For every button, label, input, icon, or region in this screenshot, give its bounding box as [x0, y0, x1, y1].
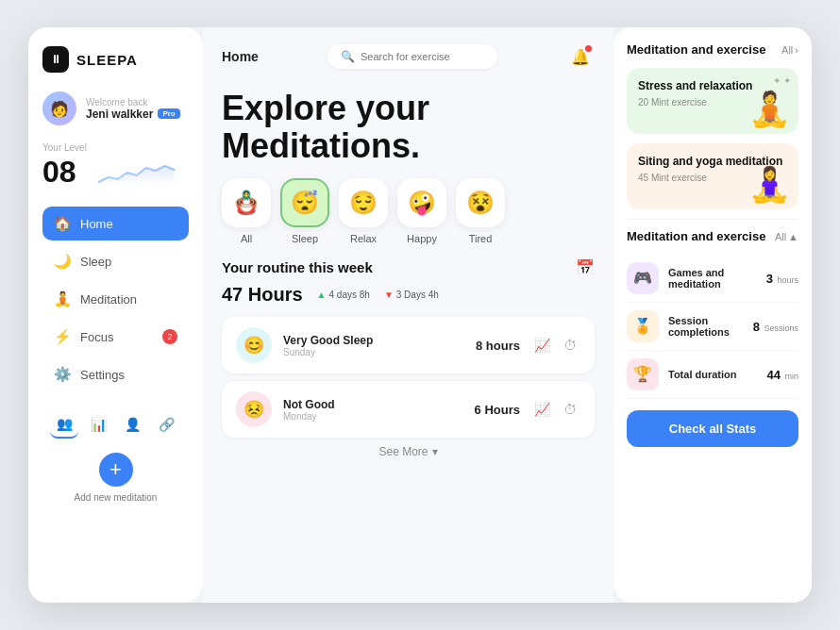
hero-title: Explore your Meditations.	[222, 90, 595, 164]
user-area: 🧑 Welcome back Jeni walkker Pro	[42, 91, 189, 125]
level-chart	[84, 158, 189, 187]
bottom-icon-share[interactable]: 🔗	[153, 410, 181, 439]
mood-label-all: All	[241, 233, 252, 244]
stat-row-games: 🎮 Games and meditation 3 hours	[627, 255, 798, 303]
check-stats-button[interactable]: Check all Stats	[627, 410, 798, 447]
main-content: Home 🔍 🔔 Explore your Meditations. 🪆 All	[203, 27, 613, 603]
mood-item-sleep[interactable]: 😴 Sleep	[280, 178, 329, 244]
user-info: Welcome back Jeni walkker Pro	[86, 97, 189, 121]
user-name: Jeni walkker	[86, 108, 153, 121]
add-meditation-btn[interactable]: + Add new meditation	[42, 453, 189, 503]
mood-item-tired[interactable]: 😵 Tired	[456, 178, 505, 244]
stat-row-sessions: 🏅 Session completions 8 Sessions	[627, 303, 798, 351]
search-bar[interactable]: 🔍	[328, 44, 497, 69]
nav-label-sleep: Sleep	[80, 255, 111, 269]
routine-title: Your routine this week	[222, 259, 373, 275]
mood-label-relax: Relax	[350, 233, 377, 244]
level-row: 08	[42, 155, 189, 190]
see-more-label: See More	[378, 445, 428, 458]
section2-all-link[interactable]: All ▲	[775, 231, 798, 242]
sidebar: ⏸ SLEEPA 🧑 Welcome back Jeni walkker Pro…	[28, 27, 203, 603]
bottom-icons: 👥 📊 👤 🔗	[42, 410, 189, 439]
nav-item-focus[interactable]: ⚡ Focus 2	[42, 320, 189, 354]
search-icon: 🔍	[341, 50, 355, 63]
sleep-card-1-actions: 📈 ⏱	[531, 335, 580, 356]
trend-icon-2[interactable]: 📈	[531, 399, 552, 420]
logo-area: ⏸ SLEEPA	[42, 46, 189, 73]
focus-badge: 2	[162, 329, 177, 344]
total-hours: 47 Hours	[222, 284, 303, 306]
stat-up-value: 4 days 8h	[329, 290, 370, 300]
sessions-unit: Sessions	[764, 323, 798, 333]
sleep-card-2-day: Monday	[283, 411, 463, 422]
stat-row-duration: 🏆 Total duration 44 min	[627, 351, 798, 399]
mood-emoji-tired: 😵	[456, 178, 505, 227]
add-plus-icon: +	[99, 453, 133, 487]
exercise-card-1[interactable]: ✦ ✦ Stress and relaxation 20 Mint exerci…	[627, 68, 798, 134]
notification-button[interactable]: 🔔	[566, 42, 595, 71]
sleep-card-1-icon: 😊	[236, 327, 272, 363]
calendar-icon[interactable]: 📅	[576, 258, 595, 276]
nav-item-settings[interactable]: ⚙️ Settings	[42, 357, 189, 391]
top-bar: Home 🔍 🔔	[203, 27, 613, 80]
section1-all-label: All	[781, 44, 793, 56]
up-arrow-icon: ▲	[317, 290, 327, 300]
exercise-card-2[interactable]: Siting and yoga meditation 45 Mint exerc…	[627, 143, 798, 209]
bottom-icon-people[interactable]: 👥	[50, 410, 78, 439]
sessions-name: Session completions	[668, 315, 744, 338]
section2-header: Meditation and exercise All ▲	[627, 229, 798, 245]
mood-emoji-all: 🪆	[222, 178, 271, 227]
level-section: Your Level 08	[42, 142, 189, 190]
search-input[interactable]	[361, 51, 484, 62]
bottom-icon-chart[interactable]: 📊	[84, 410, 112, 439]
focus-icon: ⚡	[54, 328, 71, 345]
right-panel: Meditation and exercise All › ✦ ✦ Stress…	[613, 27, 812, 603]
duration-name: Total duration	[668, 369, 758, 380]
sessions-value-wrap: 8 Sessions	[753, 318, 798, 335]
sleep-card-2-hours: 6 Hours	[475, 403, 520, 417]
section1-header: Meditation and exercise All ›	[627, 42, 798, 58]
nav-item-meditation[interactable]: 🧘 Meditation	[42, 282, 189, 316]
sleep-card-2-icon: 😣	[236, 391, 272, 427]
sleep-card-1-day: Sunday	[283, 347, 464, 357]
mood-item-all[interactable]: 🪆 All	[222, 178, 271, 244]
nav-item-sleep[interactable]: 🌙 Sleep	[42, 244, 189, 278]
duration-info: Total duration	[668, 369, 758, 380]
stars-icon-1: ✦ ✦	[773, 75, 791, 86]
mood-row: 🪆 All 😴 Sleep 😌 Relax 🤪 Happy 😵 Tired	[203, 178, 613, 258]
section2-title: Meditation and exercise	[627, 229, 765, 245]
sessions-info: Session completions	[668, 315, 744, 338]
section1-all-link[interactable]: All ›	[781, 44, 798, 56]
avatar: 🧑	[42, 91, 76, 125]
nav-label-settings: Settings	[80, 368, 125, 382]
stat-down-pill: ▼ 3 Days 4h	[384, 290, 439, 300]
duration-icon-wrap: 🏆	[627, 358, 659, 390]
sessions-value: 8	[753, 320, 760, 334]
level-number: 08	[42, 155, 76, 190]
nav-label-focus: Focus	[80, 330, 113, 344]
time-icon-1[interactable]: ⏱	[560, 335, 580, 356]
sleep-card-2-info: Not Good Monday	[283, 398, 463, 422]
mood-item-happy[interactable]: 🤪 Happy	[397, 178, 446, 244]
settings-icon: ⚙️	[54, 366, 71, 383]
trend-icon-1[interactable]: 📈	[531, 335, 552, 356]
down-arrow-icon: ▼	[384, 290, 394, 300]
duration-value: 44	[767, 368, 781, 382]
level-label: Your Level	[42, 142, 189, 153]
exercise-card-1-emoji: 🧘	[748, 90, 791, 129]
chevron-down-icon: ▾	[432, 445, 438, 458]
mood-item-relax[interactable]: 😌 Relax	[339, 178, 388, 244]
sleep-icon: 🌙	[54, 253, 71, 270]
nav-label-meditation: Meditation	[80, 292, 137, 307]
nav-item-home[interactable]: 🏠 Home	[42, 207, 189, 240]
games-value-wrap: 3 hours	[766, 270, 798, 287]
time-icon-2[interactable]: ⏱	[560, 399, 580, 420]
see-more-btn[interactable]: See More ▾	[222, 445, 595, 458]
mood-emoji-happy: 🤪	[397, 178, 446, 227]
nav-label-home: Home	[80, 217, 113, 231]
sleep-card-1: 😊 Very Good Sleep Sunday 8 hours 📈 ⏱	[222, 317, 595, 373]
nav-menu: 🏠 Home 🌙 Sleep 🧘 Meditation ⚡ Focus 2 ⚙️…	[42, 207, 189, 391]
bottom-icon-user[interactable]: 👤	[119, 410, 147, 439]
stat-down-value: 3 Days 4h	[396, 290, 439, 300]
sleep-card-2-actions: 📈 ⏱	[531, 399, 580, 420]
